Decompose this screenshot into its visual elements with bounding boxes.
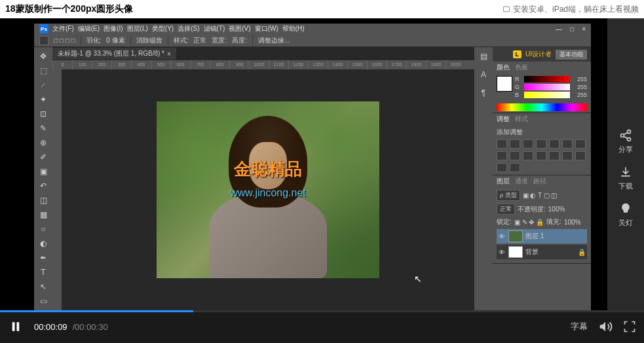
path-tool-icon[interactable]: ↖: [36, 280, 50, 293]
type-panel-icon[interactable]: A: [476, 68, 491, 81]
r-slider[interactable]: [524, 76, 570, 82]
threshold-icon[interactable]: [575, 151, 586, 160]
style-value[interactable]: 正常: [193, 36, 206, 45]
menu-window[interactable]: 窗口(W): [255, 24, 278, 33]
lasso-tool-icon[interactable]: ⟋: [36, 79, 50, 92]
layer-item-1[interactable]: 👁 图层 1: [497, 229, 587, 244]
menu-file[interactable]: 文件(F): [52, 24, 74, 33]
photo-filter-icon[interactable]: [510, 151, 520, 160]
blur-tool-icon[interactable]: ○: [36, 223, 50, 236]
tab-layers[interactable]: 图层: [497, 177, 510, 186]
tab-styles[interactable]: 样式: [515, 115, 528, 124]
visibility-icon[interactable]: 👁: [498, 232, 506, 240]
color-spectrum[interactable]: [497, 103, 587, 111]
lock-icons[interactable]: ▣ ✎ ✥ 🔒: [514, 219, 544, 226]
layer-filter[interactable]: ρ 类型: [497, 190, 520, 201]
menu-help[interactable]: 帮助(H): [282, 24, 305, 33]
filter-icons[interactable]: ▣ ◐ T ▢ ◫: [523, 192, 558, 199]
bw-icon[interactable]: [497, 151, 507, 160]
brightness-icon[interactable]: [497, 139, 507, 149]
g-slider[interactable]: [524, 84, 570, 90]
install-link[interactable]: 安装安卓、iPad端，躺在床上看视频: [502, 4, 639, 15]
tab-close-icon[interactable]: ×: [167, 50, 171, 58]
selection-mode-icons[interactable]: □ □ □ □: [54, 37, 75, 44]
refine-edge-button[interactable]: 调整边缘...: [258, 36, 290, 45]
history-tool-icon[interactable]: ↶: [36, 179, 50, 192]
blend-mode-select[interactable]: 正常: [497, 204, 515, 215]
eyedropper-tool-icon[interactable]: ✎: [36, 122, 50, 135]
collapsed-panels: ▤ A ¶: [474, 47, 493, 310]
heal-tool-icon[interactable]: ⊕: [36, 136, 50, 149]
maximize-icon[interactable]: □: [570, 26, 574, 33]
tab-paths[interactable]: 路径: [533, 177, 546, 186]
fullscreen-button[interactable]: [623, 320, 636, 333]
tab-channels[interactable]: 通道: [515, 177, 528, 186]
invert-icon[interactable]: [549, 151, 559, 160]
hue-icon[interactable]: [562, 139, 573, 149]
progress-bar[interactable]: [0, 310, 644, 312]
device-icon: [502, 5, 510, 13]
brand-text: UI设计者: [525, 50, 552, 59]
menu-filter[interactable]: 滤镜(T): [204, 24, 225, 33]
minimize-icon[interactable]: —: [556, 26, 562, 33]
close-icon[interactable]: ×: [582, 26, 586, 33]
lookup-icon[interactable]: [536, 151, 546, 160]
feather-value[interactable]: 0 像素: [106, 36, 124, 45]
paragraph-panel-icon[interactable]: ¶: [476, 86, 491, 99]
menu-layer[interactable]: 图层(L): [127, 24, 148, 33]
history-panel-icon[interactable]: ▤: [476, 50, 491, 63]
menu-view[interactable]: 视图(V): [229, 24, 250, 33]
cursor-icon: ↖: [414, 274, 422, 284]
exposure-icon[interactable]: [536, 139, 546, 149]
foreground-color-swatch[interactable]: [497, 76, 512, 92]
player-bar: 00:00:09 /00:00:30 字幕: [0, 310, 644, 343]
type-tool-icon[interactable]: T: [36, 266, 50, 279]
marquee-tool-icon[interactable]: ⬚: [36, 64, 50, 77]
download-button[interactable]: 下载: [607, 160, 644, 196]
tab-adjustments[interactable]: 调整: [497, 115, 510, 124]
workspace-button[interactable]: 基本功能: [556, 50, 587, 60]
pause-button[interactable]: [8, 319, 24, 334]
lights-button[interactable]: 关灯: [607, 196, 644, 233]
menu-image[interactable]: 图像(I): [104, 24, 123, 33]
wand-tool-icon[interactable]: ✦: [36, 93, 50, 106]
opacity-value[interactable]: 100%: [548, 206, 565, 213]
levels-icon[interactable]: [510, 139, 520, 149]
canvas-image: 金聪精品 www.jincong.net: [157, 101, 379, 278]
b-slider[interactable]: [524, 92, 570, 98]
vibrance-icon[interactable]: [549, 139, 559, 149]
menu-type[interactable]: 类型(Y): [152, 24, 174, 33]
pen-tool-icon[interactable]: ✒: [36, 251, 50, 264]
document-tab[interactable]: 未标题-1 @ 33.3% (图层 1, RGB/8) * ×: [52, 48, 176, 60]
share-button[interactable]: 分享: [607, 123, 644, 160]
gradient-map-icon[interactable]: [497, 163, 507, 172]
canvas[interactable]: 金聪精品 www.jincong.net ↖: [62, 69, 474, 310]
tab-color[interactable]: 颜色: [497, 63, 510, 72]
tool-preset-icon[interactable]: [39, 36, 48, 45]
dodge-tool-icon[interactable]: ◐: [36, 237, 50, 250]
layer-thumbnail: [508, 246, 523, 258]
menu-select[interactable]: 选择(S): [178, 24, 199, 33]
move-tool-icon[interactable]: ✥: [36, 50, 50, 63]
tab-swatches[interactable]: 色板: [515, 63, 528, 72]
brush-tool-icon[interactable]: ✐: [36, 151, 50, 164]
layer-item-bg[interactable]: 👁 背景 🔒: [497, 245, 587, 259]
stamp-tool-icon[interactable]: ▣: [36, 165, 50, 178]
subtitle-button[interactable]: 字幕: [571, 321, 588, 333]
curves-icon[interactable]: [523, 139, 533, 149]
fill-value[interactable]: 100%: [564, 219, 581, 226]
eraser-tool-icon[interactable]: ◫: [36, 194, 50, 207]
volume-button[interactable]: [598, 319, 613, 334]
crop-tool-icon[interactable]: ⊡: [36, 107, 50, 120]
ps-logo-icon: Ps: [39, 24, 48, 33]
selective-icon[interactable]: [510, 163, 520, 172]
mixer-icon[interactable]: [523, 151, 533, 160]
antialias-checkbox[interactable]: 消除锯齿: [136, 36, 162, 45]
color-panel: 颜色 色板 R 255: [493, 62, 591, 113]
visibility-icon[interactable]: 👁: [498, 248, 506, 256]
shape-tool-icon[interactable]: ▭: [36, 295, 50, 308]
balance-icon[interactable]: [575, 139, 586, 149]
menu-edit[interactable]: 编辑(E): [78, 24, 100, 33]
posterize-icon[interactable]: [562, 151, 573, 160]
gradient-tool-icon[interactable]: ▦: [36, 208, 50, 221]
